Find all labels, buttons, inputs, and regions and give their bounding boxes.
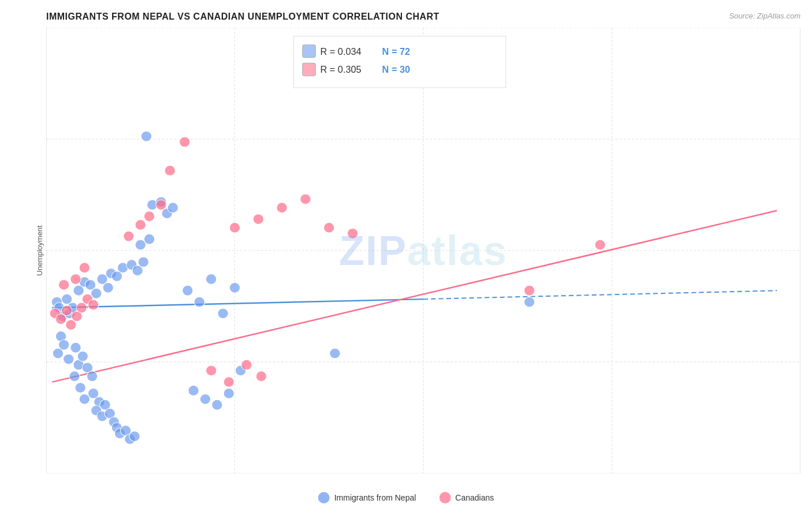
svg-line-24 xyxy=(423,290,777,299)
svg-point-71 xyxy=(167,203,178,213)
scatter-plot: 15.0% 11.2% 7.5% 3.8% 0.0% 40.0% R = 0.0… xyxy=(46,28,800,473)
svg-rect-16 xyxy=(294,36,506,88)
svg-point-106 xyxy=(277,203,287,213)
svg-point-110 xyxy=(206,365,217,376)
svg-point-72 xyxy=(141,131,151,141)
svg-point-102 xyxy=(165,166,175,176)
svg-point-109 xyxy=(347,228,357,238)
svg-point-105 xyxy=(253,214,263,225)
svg-point-73 xyxy=(182,285,193,296)
chart-legend: Immigrants from Nepal Canadians xyxy=(318,492,494,503)
svg-point-112 xyxy=(241,360,252,370)
svg-point-81 xyxy=(224,389,234,399)
legend-color-canadians xyxy=(439,492,450,503)
svg-point-74 xyxy=(194,297,204,307)
svg-point-97 xyxy=(79,263,90,273)
svg-point-115 xyxy=(524,285,534,296)
svg-point-76 xyxy=(218,308,228,319)
svg-point-75 xyxy=(206,274,217,285)
svg-point-41 xyxy=(87,371,97,382)
chart-container: IMMIGRANTS FROM NEPAL VS CANADIAN UNEMPL… xyxy=(0,0,812,515)
chart-title: IMMIGRANTS FROM NEPAL VS CANADIAN UNEMPL… xyxy=(46,12,800,22)
legend-label-nepal: Immigrants from Nepal xyxy=(334,493,416,502)
svg-point-36 xyxy=(70,342,81,353)
svg-point-108 xyxy=(324,223,334,233)
svg-point-67 xyxy=(138,257,148,267)
legend-label-canadians: Canadians xyxy=(455,493,494,502)
legend-item-canadians: Canadians xyxy=(439,492,494,503)
svg-rect-20 xyxy=(303,63,315,76)
svg-point-107 xyxy=(300,194,311,204)
svg-point-89 xyxy=(62,305,72,316)
svg-rect-17 xyxy=(303,45,315,58)
svg-text:R = 0.034: R = 0.034 xyxy=(320,46,361,57)
svg-line-25 xyxy=(52,211,777,382)
svg-point-111 xyxy=(224,377,234,387)
y-axis-label: Unemployment xyxy=(35,225,44,275)
source-label: Source: ZipAtlas.com xyxy=(729,12,800,20)
svg-point-83 xyxy=(330,348,340,359)
legend-color-nepal xyxy=(318,492,330,503)
svg-point-79 xyxy=(200,394,210,404)
svg-text:N = 30: N = 30 xyxy=(382,64,411,74)
svg-line-23 xyxy=(52,299,423,308)
svg-point-86 xyxy=(524,297,534,307)
svg-point-55 xyxy=(129,431,140,442)
svg-point-95 xyxy=(58,279,69,290)
svg-point-42 xyxy=(75,383,85,393)
svg-point-39 xyxy=(77,351,88,361)
svg-point-78 xyxy=(188,386,199,396)
svg-text:R = 0.305: R = 0.305 xyxy=(320,64,361,74)
svg-point-61 xyxy=(103,282,113,293)
svg-point-34 xyxy=(53,348,63,359)
svg-point-103 xyxy=(180,137,190,147)
svg-text:N = 72: N = 72 xyxy=(382,46,411,57)
svg-point-96 xyxy=(70,274,81,285)
svg-point-113 xyxy=(256,371,266,382)
svg-point-94 xyxy=(88,300,98,310)
svg-point-38 xyxy=(69,371,80,382)
svg-point-100 xyxy=(144,211,154,222)
svg-point-104 xyxy=(229,223,240,233)
svg-point-77 xyxy=(229,282,240,293)
svg-point-35 xyxy=(64,354,74,364)
svg-point-80 xyxy=(212,400,222,410)
svg-point-99 xyxy=(135,220,146,230)
svg-point-114 xyxy=(595,240,605,250)
svg-point-85 xyxy=(144,234,154,244)
legend-item-nepal: Immigrants from Nepal xyxy=(318,492,416,503)
chart-area: Unemployment ZIPatlas 15.0% 11.2% 7.5% 3… xyxy=(46,28,800,473)
svg-point-101 xyxy=(156,200,166,210)
svg-point-98 xyxy=(124,231,134,241)
